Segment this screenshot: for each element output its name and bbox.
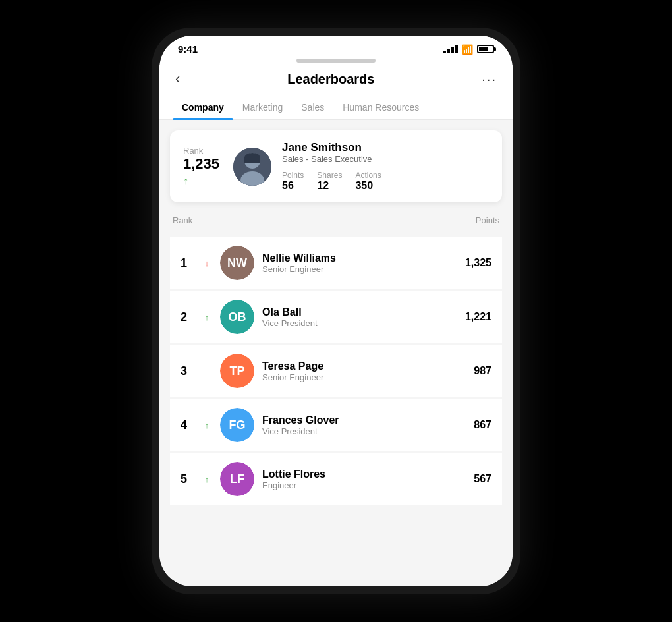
item-name: Lottie Flores	[262, 468, 466, 480]
item-job-title: Engineer	[262, 480, 466, 490]
phone-frame: 9:41 📶 ‹ Leaderboards ···	[152, 28, 520, 594]
item-rank: 1	[181, 256, 194, 270]
my-avatar	[233, 148, 271, 186]
item-rank: 5	[181, 472, 194, 486]
item-job-title: Senior Engineer	[262, 372, 466, 382]
actions-stat: Actions 350	[355, 171, 381, 192]
points-stat: Points 56	[282, 171, 304, 192]
list-header: Rank Points	[170, 213, 502, 231]
item-points: 867	[474, 419, 491, 431]
shares-value: 12	[317, 180, 342, 192]
my-stats: Points 56 Shares 12 Actions 350	[282, 171, 489, 192]
actions-label: Actions	[355, 171, 381, 180]
item-job-title: Vice President	[262, 318, 457, 328]
main-content: Rank 1,235 ↑ Jane Smi	[159, 120, 513, 586]
item-name: Ola Ball	[262, 306, 457, 318]
list-divider	[170, 231, 502, 231]
status-time: 9:41	[178, 43, 198, 55]
item-info: Ola Ball Vice President	[262, 306, 457, 328]
item-avatar: FG	[220, 408, 254, 442]
phone-screen: 9:41 📶 ‹ Leaderboards ···	[159, 36, 513, 586]
notch	[296, 59, 376, 63]
item-points: 987	[474, 365, 491, 377]
list-item[interactable]: 5 ↑ LF Lottie Flores Engineer 567	[170, 453, 502, 505]
item-name: Nellie Williams	[262, 252, 457, 264]
wifi-icon: 📶	[462, 44, 473, 55]
item-trend-icon: ↓	[202, 258, 212, 268]
item-name: Frances Glover	[262, 414, 466, 426]
points-column-header: Points	[476, 215, 499, 225]
my-name: Jane Smithson	[282, 141, 489, 154]
leaderboard-list: 1 ↓ NW Nellie Williams Senior Engineer 1…	[170, 237, 502, 505]
actions-value: 350	[355, 180, 381, 192]
item-info: Teresa Page Senior Engineer	[262, 360, 466, 382]
notch-area	[159, 59, 513, 65]
item-name: Teresa Page	[262, 360, 466, 372]
status-bar: 9:41 📶	[159, 36, 513, 59]
more-button[interactable]: ···	[482, 72, 497, 87]
back-button[interactable]: ‹	[175, 71, 180, 88]
my-rank-card: Rank 1,235 ↑ Jane Smi	[170, 130, 502, 202]
battery-icon	[477, 45, 494, 53]
item-rank: 4	[181, 418, 194, 432]
item-rank: 2	[181, 310, 194, 324]
svg-rect-4	[244, 157, 260, 163]
page-title: Leaderboards	[287, 72, 374, 87]
shares-label: Shares	[317, 171, 342, 180]
item-trend-icon: ↑	[202, 420, 212, 430]
list-item[interactable]: 2 ↑ OB Ola Ball Vice President 1,221	[170, 291, 502, 343]
shares-stat: Shares 12	[317, 171, 342, 192]
points-label: Points	[282, 171, 304, 180]
tab-hr[interactable]: Human Resources	[333, 96, 428, 119]
signal-icon	[443, 45, 458, 53]
item-info: Lottie Flores Engineer	[262, 468, 466, 490]
tab-marketing[interactable]: Marketing	[233, 96, 292, 119]
item-job-title: Vice President	[262, 426, 466, 436]
list-item[interactable]: 3 — TP Teresa Page Senior Engineer 987	[170, 345, 502, 397]
item-info: Nellie Williams Senior Engineer	[262, 252, 457, 274]
points-value: 56	[282, 180, 304, 192]
item-info: Frances Glover Vice President	[262, 414, 466, 436]
list-item[interactable]: 4 ↑ FG Frances Glover Vice President 867	[170, 399, 502, 451]
item-avatar: TP	[220, 354, 254, 388]
my-job-title: Sales - Sales Executive	[282, 154, 489, 164]
list-item[interactable]: 1 ↓ NW Nellie Williams Senior Engineer 1…	[170, 237, 502, 289]
item-job-title: Senior Engineer	[262, 264, 457, 274]
rank-trend-icon: ↑	[183, 175, 188, 187]
item-points: 1,325	[465, 257, 491, 269]
rank-label: Rank	[183, 146, 203, 156]
item-trend-icon: —	[202, 366, 212, 376]
rank-info: Rank 1,235 ↑	[183, 146, 223, 187]
tab-bar: Company Marketing Sales Human Resources	[159, 96, 513, 120]
item-rank: 3	[181, 364, 194, 378]
item-avatar: OB	[220, 300, 254, 334]
item-trend-icon: ↑	[202, 474, 212, 484]
rank-number: 1,235	[183, 156, 219, 173]
app-header: ‹ Leaderboards ···	[159, 65, 513, 96]
tab-sales[interactable]: Sales	[292, 96, 333, 119]
my-info: Jane Smithson Sales - Sales Executive Po…	[282, 141, 489, 192]
item-avatar: NW	[220, 246, 254, 280]
item-points: 567	[474, 473, 491, 485]
item-trend-icon: ↑	[202, 312, 212, 322]
item-points: 1,221	[465, 311, 491, 323]
tab-company[interactable]: Company	[173, 96, 233, 119]
status-icons: 📶	[443, 44, 494, 55]
item-avatar: LF	[220, 462, 254, 496]
rank-column-header: Rank	[173, 215, 192, 225]
